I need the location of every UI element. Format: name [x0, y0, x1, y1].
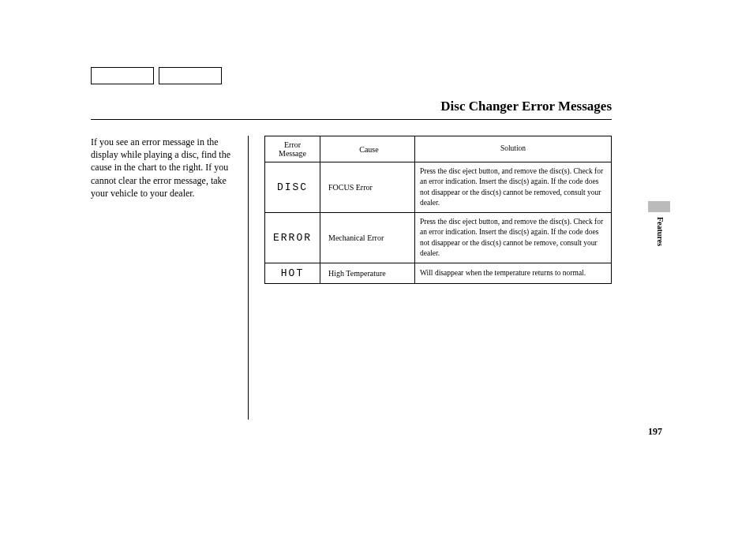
cell-solution-focus: Press the disc eject button, and remove …: [415, 162, 612, 213]
section-tab: [648, 201, 670, 212]
title-row: Disc Changer Error Messages: [91, 99, 612, 120]
header-cause: Cause: [320, 136, 415, 162]
cell-cause-temperature: High Temperature: [320, 263, 415, 284]
content-columns: If you see an error message in the displ…: [91, 136, 612, 420]
table-row: DISC FOCUS Error Press the disc eject bu…: [265, 162, 612, 213]
header-box-right: [159, 67, 222, 84]
intro-column: If you see an error message in the displ…: [91, 136, 249, 420]
table-column: Error Message Cause Solution DISC FOCUS …: [264, 136, 612, 420]
cell-solution-temperature: Will disappear when the temperature retu…: [415, 263, 612, 284]
cell-cause-mechanical: Mechanical Error: [320, 213, 415, 263]
header-solution: Solution: [415, 136, 612, 162]
error-table: Error Message Cause Solution DISC FOCUS …: [264, 136, 612, 284]
section-label: Features: [656, 217, 665, 246]
page-content: Disc Changer Error Messages If you see a…: [91, 67, 612, 420]
page-number: 197: [648, 426, 662, 438]
cell-msg-disc: DISC: [265, 162, 320, 213]
table-row: HOT High Temperature Will disappear when…: [265, 263, 612, 284]
cell-msg-error: ERROR: [265, 213, 320, 263]
intro-text: If you see an error message in the displ…: [91, 136, 238, 200]
table-header-row: Error Message Cause Solution: [265, 136, 612, 162]
header-error-message: Error Message: [265, 136, 320, 162]
header-box-left: [91, 67, 154, 84]
header-boxes: [91, 67, 612, 84]
cell-cause-focus: FOCUS Error: [320, 162, 415, 213]
cell-msg-hot: HOT: [265, 263, 320, 284]
table-row: ERROR Mechanical Error Press the disc ej…: [265, 213, 612, 263]
cell-solution-mechanical: Press the disc eject button, and remove …: [415, 213, 612, 263]
page-title: Disc Changer Error Messages: [440, 99, 612, 114]
